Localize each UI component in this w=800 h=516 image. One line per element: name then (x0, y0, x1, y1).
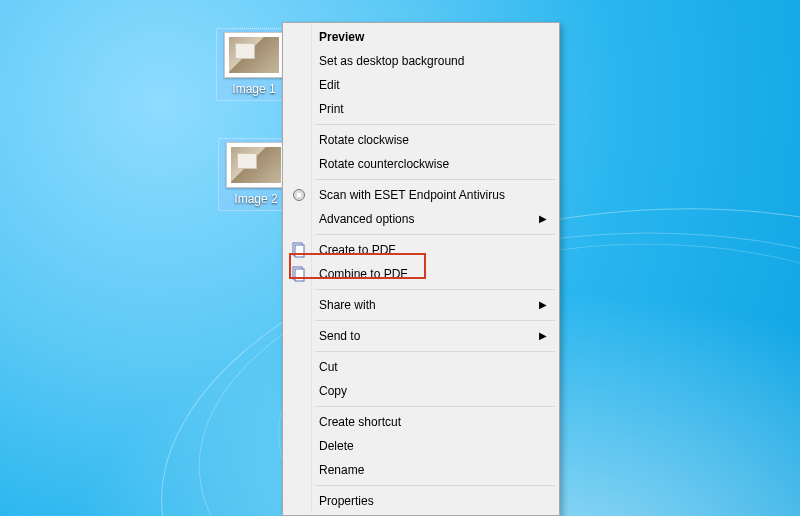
menu-item-properties[interactable]: Properties (285, 489, 557, 513)
menu-item-label: Preview (319, 30, 364, 44)
menu-item-edit[interactable]: Edit (285, 73, 557, 97)
thumbnail (224, 32, 284, 78)
pdf-create-icon (291, 242, 307, 258)
menu-item-label: Copy (319, 384, 347, 398)
menu-item-label: Edit (319, 78, 340, 92)
menu-item-rename[interactable]: Rename (285, 458, 557, 482)
menu-item-label: Set as desktop background (319, 54, 464, 68)
icon-label: Image 2 (222, 192, 290, 206)
submenu-arrow-icon: ▶ (539, 211, 547, 227)
pdf-combine-icon (291, 266, 307, 282)
svg-rect-1 (295, 245, 304, 257)
menu-item-label: Cut (319, 360, 338, 374)
desktop-icon-image1[interactable]: Image 1 (216, 28, 292, 101)
menu-item-create-to-pdf[interactable]: Create to PDF (285, 238, 557, 262)
menu-item-delete[interactable]: Delete (285, 434, 557, 458)
menu-item-label: Rotate clockwise (319, 133, 409, 147)
menu-separator (315, 289, 555, 290)
menu-item-label: Rotate counterclockwise (319, 157, 449, 171)
menu-item-label: Print (319, 102, 344, 116)
menu-item-scan-eset[interactable]: Scan with ESET Endpoint Antivirus (285, 183, 557, 207)
menu-item-label: Combine to PDF (319, 267, 408, 281)
menu-item-share-with[interactable]: Share with ▶ (285, 293, 557, 317)
menu-item-label: Properties (319, 494, 374, 508)
svg-rect-3 (295, 269, 304, 281)
menu-item-rotate-ccw[interactable]: Rotate counterclockwise (285, 152, 557, 176)
desktop[interactable]: Image 1 Image 2 Preview Set as desktop b… (0, 0, 800, 516)
menu-separator (315, 485, 555, 486)
menu-item-preview[interactable]: Preview (285, 25, 557, 49)
menu-item-create-shortcut[interactable]: Create shortcut (285, 410, 557, 434)
icon-label: Image 1 (220, 82, 288, 96)
menu-item-cut[interactable]: Cut (285, 355, 557, 379)
menu-item-label: Create shortcut (319, 415, 401, 429)
menu-item-combine-to-pdf[interactable]: Combine to PDF (285, 262, 557, 286)
menu-item-label: Delete (319, 439, 354, 453)
menu-separator (315, 320, 555, 321)
menu-item-advanced-options[interactable]: Advanced options ▶ (285, 207, 557, 231)
menu-item-label: Rename (319, 463, 364, 477)
menu-separator (315, 234, 555, 235)
context-menu: Preview Set as desktop background Edit P… (282, 22, 560, 516)
menu-separator (315, 179, 555, 180)
menu-item-rotate-cw[interactable]: Rotate clockwise (285, 128, 557, 152)
menu-separator (315, 351, 555, 352)
submenu-arrow-icon: ▶ (539, 328, 547, 344)
menu-separator (315, 124, 555, 125)
submenu-arrow-icon: ▶ (539, 297, 547, 313)
menu-item-copy[interactable]: Copy (285, 379, 557, 403)
thumbnail (226, 142, 286, 188)
menu-item-label: Create to PDF (319, 243, 396, 257)
menu-item-label: Send to (319, 329, 360, 343)
menu-item-set-background[interactable]: Set as desktop background (285, 49, 557, 73)
menu-item-label: Share with (319, 298, 376, 312)
menu-item-label: Advanced options (319, 212, 414, 226)
eset-radio-icon (291, 187, 307, 203)
menu-item-print[interactable]: Print (285, 97, 557, 121)
menu-item-label: Scan with ESET Endpoint Antivirus (319, 188, 505, 202)
menu-item-send-to[interactable]: Send to ▶ (285, 324, 557, 348)
menu-separator (315, 406, 555, 407)
